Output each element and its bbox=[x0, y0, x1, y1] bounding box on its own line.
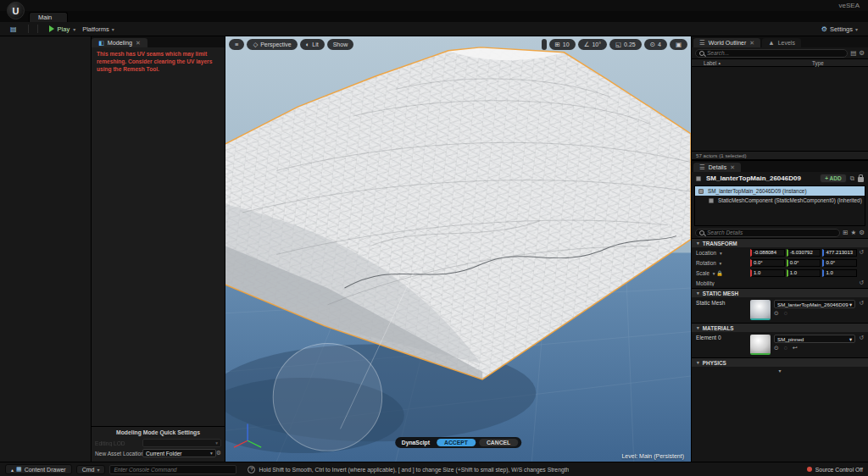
folder-icon[interactable]: ▤ bbox=[850, 49, 856, 57]
component-tree: SM_lanterTopMain_26046D09 (Instance) Sta… bbox=[694, 185, 865, 226]
display-options-icon[interactable]: ⊞ bbox=[843, 229, 848, 236]
level-viewport[interactable]: ≡ ◇Perspective ◐Lit Show ⊞10 ∠10° ◱0.25 … bbox=[225, 36, 691, 462]
rotation-snap-icon: ∠ bbox=[584, 41, 590, 48]
close-icon[interactable]: ✕ bbox=[749, 40, 754, 47]
selected-actor-name: SM_lanterTopMain_26046D09 bbox=[706, 174, 816, 182]
show-flags-dropdown[interactable]: Show bbox=[327, 39, 354, 50]
tab-details[interactable]: ☰ Details ✕ bbox=[693, 163, 741, 172]
project-name: veSEA bbox=[839, 2, 860, 9]
cmd-dropdown[interactable]: Cmd ▾ bbox=[76, 465, 106, 474]
modeling-tool-palette bbox=[0, 36, 92, 462]
lock-icon[interactable] bbox=[858, 177, 864, 182]
outliner-icon: ☰ bbox=[699, 39, 705, 47]
details-icon: ☰ bbox=[699, 163, 705, 171]
outliner-column-header[interactable]: Label▴ Type bbox=[692, 58, 868, 67]
quick-settings-label[interactable]: Modeling Mode Quick Settings bbox=[95, 429, 221, 435]
material-thumbnail[interactable] bbox=[750, 335, 771, 355]
tab-modeling[interactable]: ◧ Modeling ✕ bbox=[92, 38, 147, 47]
chevron-down-icon: ▾ bbox=[855, 26, 858, 32]
view-mode-dropdown[interactable]: ◐Lit bbox=[300, 39, 325, 50]
reset-icon[interactable]: ↺ bbox=[859, 249, 864, 256]
close-icon[interactable]: ✕ bbox=[730, 164, 735, 171]
expand-section-icon[interactable]: ▾ bbox=[692, 367, 868, 374]
location-y-field[interactable]: -6.030792 bbox=[787, 249, 821, 257]
main-toolbar: ▤ Play ▾ Platforms ▾ ⚙ Settings ▾ bbox=[0, 22, 868, 36]
location-z-field[interactable]: 477.213013 bbox=[822, 249, 857, 257]
rotation-snap-toggle[interactable]: ∠10° bbox=[578, 39, 607, 50]
outliner-footer: 57 actors (1 selected) bbox=[692, 151, 868, 159]
materials-section-header[interactable]: ▾MATERIALS bbox=[692, 323, 868, 332]
details-search-input[interactable]: Search Details bbox=[695, 229, 840, 237]
modeling-footer: Modeling Mode Quick Settings Editing LOD… bbox=[92, 426, 225, 462]
info-icon: ? bbox=[248, 466, 255, 473]
static-mesh-thumbnail[interactable] bbox=[750, 300, 771, 320]
levels-icon: ▲ bbox=[768, 39, 774, 47]
transform-section-header[interactable]: ▾TRANSFORM bbox=[692, 238, 868, 247]
unreal-editor-window: U veSEA Main ▤ Play ▾ Platforms ▾ ⚙ Sett… bbox=[0, 0, 868, 476]
play-options-caret-icon[interactable]: ▾ bbox=[73, 26, 75, 32]
platforms-button[interactable]: Platforms ▾ bbox=[77, 25, 120, 34]
browse-to-asset-icon[interactable]: ⊙ bbox=[774, 345, 779, 351]
browse-to-asset-icon[interactable]: ⊙ bbox=[774, 310, 779, 316]
source-control-status[interactable]: Source Control Off bbox=[807, 467, 863, 473]
tab-world-outliner[interactable]: ☰ World Outliner ✕ bbox=[693, 38, 760, 47]
gear-icon[interactable]: ⚙ bbox=[859, 229, 865, 236]
favorites-star-icon[interactable]: ★ bbox=[851, 229, 857, 236]
play-button[interactable]: Play ▾ bbox=[49, 25, 76, 33]
reset-icon[interactable]: ↺ bbox=[859, 335, 864, 341]
camera-speed-button[interactable]: ⊙4 bbox=[644, 39, 667, 50]
level-indicator[interactable]: Level: Main (Persistent) bbox=[621, 453, 684, 459]
actor-cube-icon bbox=[698, 189, 704, 194]
new-asset-location-dropdown[interactable]: Current Folder▾ bbox=[142, 449, 216, 457]
tab-main-level[interactable]: Main bbox=[29, 12, 68, 22]
modeling-tab-label: Modeling bbox=[108, 39, 132, 47]
reset-icon[interactable]: ↺ bbox=[859, 300, 864, 307]
sculpt-brush-indicator bbox=[273, 343, 381, 451]
add-component-button[interactable]: + ADD bbox=[820, 174, 846, 183]
unreal-logo-icon[interactable]: U bbox=[7, 2, 25, 19]
details-panel: ☰ Details ✕ SM_lanterTopMain_26046D09 + … bbox=[692, 161, 868, 462]
search-icon[interactable]: ◌ bbox=[784, 310, 787, 316]
scale-y-field[interactable]: 1.0 bbox=[787, 269, 821, 277]
component-row-instance[interactable]: SM_lanterTopMain_26046D09 (Instance) bbox=[695, 186, 865, 196]
perspective-icon: ◇ bbox=[253, 41, 258, 48]
viewport-options-button[interactable]: ≡ bbox=[229, 39, 244, 50]
search-icon bbox=[699, 51, 704, 56]
chevron-down-icon: ▾ bbox=[97, 467, 99, 473]
physics-section-header[interactable]: ▾PHYSICS bbox=[692, 357, 868, 367]
content-drawer-button[interactable]: ▴ ▦ Content Drawer bbox=[5, 464, 72, 474]
component-row-staticmesh[interactable]: StaticMeshComponent (StaticMeshComponent… bbox=[695, 196, 865, 205]
rotation-z-field[interactable]: 0.0° bbox=[822, 259, 857, 267]
scale-z-field[interactable]: 1.0 bbox=[822, 269, 857, 277]
save-button[interactable]: ▤ bbox=[5, 25, 22, 34]
material-dropdown[interactable]: SM_pinned▾ bbox=[774, 335, 855, 343]
maximize-viewport-button[interactable]: ▣ bbox=[670, 39, 687, 50]
pick-asset-icon[interactable]: ↩ bbox=[793, 345, 798, 351]
location-x-field[interactable]: -0.088084 bbox=[750, 249, 785, 257]
grid-snap-toggle[interactable]: ⊞10 bbox=[549, 39, 576, 50]
gear-icon[interactable]: ⚙ bbox=[216, 450, 221, 457]
static-mesh-dropdown[interactable]: SM_lanterTopMain_26046D09▾ bbox=[774, 300, 855, 308]
rotation-y-field[interactable]: 0.0° bbox=[787, 259, 821, 267]
gear-icon[interactable]: ⚙ bbox=[859, 49, 865, 57]
static-mesh-section-header[interactable]: ▾STATIC MESH bbox=[692, 288, 868, 297]
blueprint-convert-icon[interactable]: ⧉ bbox=[850, 174, 854, 183]
rotation-x-field[interactable]: 0.0° bbox=[750, 259, 785, 267]
tab-levels[interactable]: ▲ Levels bbox=[762, 38, 801, 47]
console-command-input[interactable]: Enter Console Command bbox=[109, 465, 236, 474]
outliner-search-input[interactable]: Search... bbox=[695, 49, 848, 58]
status-bar: ▴ ▦ Content Drawer Cmd ▾ Enter Console C… bbox=[0, 462, 868, 476]
editing-lod-dropdown: ▾ bbox=[142, 439, 221, 447]
search-icon bbox=[699, 230, 704, 235]
gear-icon: ⚙ bbox=[821, 25, 827, 33]
scale-snap-toggle[interactable]: ◱0.25 bbox=[609, 39, 642, 50]
scale-x-field[interactable]: 1.0 bbox=[750, 269, 785, 277]
mobility-row: Mobility ↺ bbox=[692, 278, 868, 288]
cancel-button[interactable]: CANCEL bbox=[479, 439, 518, 446]
close-icon[interactable]: ✕ bbox=[136, 40, 141, 47]
perspective-dropdown[interactable]: ◇Perspective bbox=[247, 39, 297, 50]
search-icon[interactable]: ◌ bbox=[784, 345, 787, 351]
reset-icon[interactable]: ↺ bbox=[859, 280, 864, 286]
settings-button[interactable]: ⚙ Settings ▾ bbox=[816, 25, 863, 34]
accept-button[interactable]: ACCEPT bbox=[437, 439, 476, 446]
